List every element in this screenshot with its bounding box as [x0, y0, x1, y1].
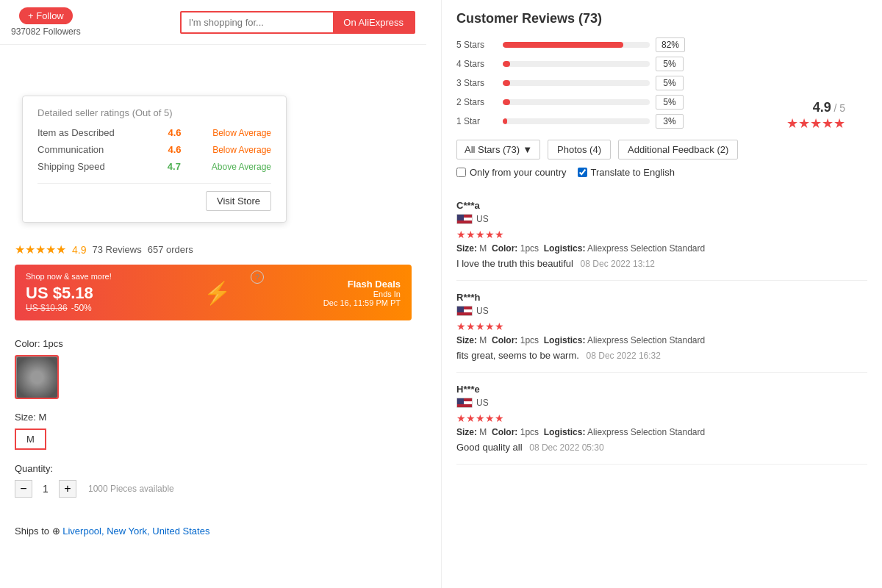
all-stars-dropdown[interactable]: All Stars (73) ▼ [456, 140, 540, 159]
seller-ratings-popup: Detailed seller ratings (Out of 5) Item … [22, 96, 287, 223]
star-bar-fill-1 [503, 118, 507, 124]
country-checkbox-input[interactable] [456, 168, 466, 177]
product-stars: ★★★★★ [15, 243, 66, 257]
rating-desc-comm: Below Average [212, 145, 271, 155]
flash-deal-banner[interactable]: Shop now & save more! US $5.18 US $10.36… [15, 265, 412, 320]
quantity-section: Quantity: − 1 + 1000 Pieces available [15, 463, 174, 498]
rating-value-item: 4.6 [168, 127, 182, 138]
star-label-1: 1 Star [456, 116, 497, 126]
quantity-increase-button[interactable]: + [59, 480, 76, 498]
review-text-3: Good quality all 08 Dec 2022 05:30 [456, 442, 867, 453]
ships-to-link[interactable]: Liverpool, New York, United States [62, 526, 209, 537]
photos-filter-button[interactable]: Photos (4) [548, 140, 611, 159]
star-pct-3: 5% [656, 76, 684, 90]
quantity-label: Quantity: [15, 463, 174, 474]
reviewer-country-1: US [456, 214, 867, 224]
review-text-2: fits great, seems to be warm. 08 Dec 202… [456, 350, 867, 361]
review-date-2: 08 Dec 2022 16:32 [587, 351, 661, 361]
quantity-decrease-button[interactable]: − [15, 480, 32, 498]
review-meta-2: Size: M Color: 1pcs Logistics: Aliexpres… [456, 335, 867, 345]
review-stars-2: ★★★★★ [456, 320, 867, 332]
translate-checkbox[interactable]: Translate to English [578, 167, 675, 178]
additional-feedback-button[interactable]: Additional Feedback (2) [618, 140, 738, 159]
star-bar-bg-2 [503, 99, 650, 105]
rating-label-comm: Communication [37, 144, 140, 155]
star-row-3: 3 Stars 5% [456, 76, 867, 90]
size-button-m[interactable]: M [15, 429, 46, 450]
right-panel: Customer Reviews (73) 5 Stars 82% 4 Star… [441, 0, 882, 588]
reviewer-name-2: R***h [456, 292, 867, 303]
popup-title: Detailed seller ratings (Out of 5) [37, 107, 271, 118]
rating-value-ship: 4.7 [168, 161, 181, 172]
search-input[interactable] [182, 12, 334, 32]
star-label-5: 5 Stars [456, 40, 497, 50]
overall-rating: 4.9 / 5 ★★★★★ [786, 100, 845, 132]
rating-value-comm: 4.6 [168, 144, 182, 155]
search-button[interactable]: On AliExpress [333, 12, 414, 32]
followers-text: 937082 Followers [11, 26, 81, 37]
star-bar-bg-4 [503, 61, 650, 67]
review-text-1: I love the truth this beautiful 08 Dec 2… [456, 258, 867, 269]
star-row-4: 4 Stars 5% [456, 57, 867, 71]
country-label-3: US [476, 398, 489, 408]
star-pct-4: 5% [656, 57, 684, 71]
rating-label-item: Item as Described [37, 127, 140, 138]
reviewer-country-3: US [456, 398, 867, 408]
date-label: Dec 16, 11:59 PM PT [323, 298, 401, 307]
star-row-5: 5 Stars 82% [456, 37, 867, 52]
checkbox-row: Only from your country Translate to Engl… [456, 167, 867, 178]
quantity-available: 1000 Pieces available [88, 484, 174, 494]
star-bar-bg-1 [503, 118, 650, 124]
translate-checkbox-input[interactable] [578, 168, 587, 177]
shop-text: Shop now & save more! [26, 272, 112, 281]
review-stars-1: ★★★★★ [456, 229, 867, 240]
rating-row-ship: Shipping Speed 4.7 Above Average [37, 161, 271, 172]
review-meta-3: Size: M Color: 1pcs Logistics: Aliexpres… [456, 427, 867, 437]
star-bar-fill-3 [503, 80, 510, 86]
star-rating-bar: ★★★★★ 4.9 73 Reviews 657 orders [15, 243, 193, 257]
rating-row-item: Item as Described 4.6 Below Average [37, 127, 271, 138]
header-bar: + Follow 937082 Followers On AliExpress [0, 0, 426, 45]
visit-store-button[interactable]: Visit Store [206, 191, 271, 211]
overall-denom: / 5 [833, 102, 845, 114]
star-pct-1: 3% [656, 114, 684, 129]
quantity-value: 1 [38, 483, 53, 495]
country-filter-checkbox[interactable]: Only from your country [456, 167, 567, 178]
follow-section: + Follow 937082 Followers [11, 7, 81, 37]
star-pct-5: 82% [656, 37, 685, 52]
reviewer-country-2: US [456, 306, 867, 316]
color-swatch[interactable] [15, 355, 59, 399]
filter-row: All Stars (73) ▼ Photos (4) Additional F… [456, 140, 867, 159]
help-icon[interactable]: ? [251, 270, 264, 284]
review-card-2: R***h US ★★★★★ Size: M Color: 1pcs Logis… [456, 281, 867, 373]
lightning-icon: ⚡ [204, 280, 231, 306]
ships-to: Ships to ⊕ Liverpool, New York, United S… [15, 526, 209, 537]
star-bar-bg-5 [503, 42, 650, 48]
banner-left: Shop now & save more! US $5.18 US $10.36… [26, 272, 112, 313]
product-reviews: 73 Reviews [92, 244, 141, 255]
price-original: US $10.36 [26, 303, 68, 313]
star-bar-fill-5 [503, 42, 623, 48]
search-bar: On AliExpress [180, 11, 415, 34]
popup-bottom: Visit Store [37, 183, 271, 211]
star-pct-2: 5% [656, 95, 684, 110]
review-card-1: C***a US ★★★★★ Size: M Color: 1pcs Logis… [456, 189, 867, 281]
chevron-down-icon: ▼ [523, 144, 532, 155]
price-current: US $5.18 [26, 284, 112, 303]
star-bar-fill-2 [503, 99, 510, 105]
star-bar-fill-4 [503, 61, 510, 67]
rating-label-ship: Shipping Speed [37, 161, 140, 172]
star-label-3: 3 Stars [456, 78, 497, 88]
us-flag-2 [456, 306, 473, 316]
us-flag-3 [456, 398, 473, 408]
discount-label: -50% [71, 303, 92, 313]
us-flag-1 [456, 214, 473, 224]
follow-button[interactable]: + Follow [19, 7, 73, 24]
review-meta-1: Size: M Color: 1pcs Logistics: Aliexpres… [456, 243, 867, 254]
review-date-1: 08 Dec 2022 13:12 [581, 259, 655, 269]
size-label: Size: M [15, 412, 46, 423]
quantity-controls: − 1 + 1000 Pieces available [15, 480, 174, 498]
country-label-2: US [476, 306, 489, 316]
banner-right: Flash Deals Ends In Dec 16, 11:59 PM PT [323, 279, 401, 307]
ends-label: Ends In [323, 290, 401, 298]
